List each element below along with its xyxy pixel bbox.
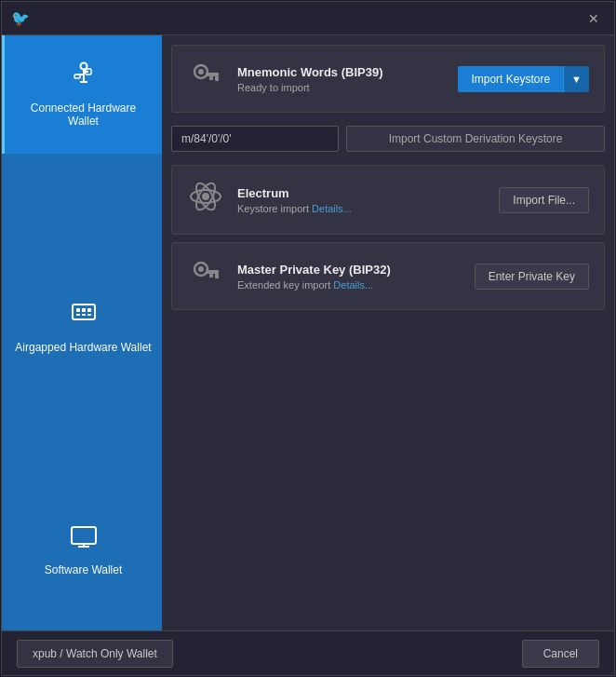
software-wallet-icon — [69, 523, 99, 554]
mnemonic-option: Mnemonic Words (BIP39) Ready to import I… — [171, 45, 605, 113]
close-button[interactable]: ✕ — [583, 9, 605, 28]
svg-rect-15 — [72, 527, 96, 544]
import-keystore-button[interactable]: Import Keystore — [458, 66, 563, 92]
sidebar-item-connected-hardware-label: Connected Hardware Wallet — [14, 102, 153, 128]
master-key-details-link[interactable]: Details... — [333, 279, 373, 291]
xpub-watch-only-button[interactable]: xpub / Watch Only Wallet — [17, 640, 173, 668]
master-key-title: Master Private Key (BIP32) — [237, 263, 462, 277]
mnemonic-title: Mnemonic Words (BIP39) — [237, 65, 445, 79]
electrum-title: Electrum — [237, 186, 486, 200]
sidebar: Connected Hardware Wallet Airgapped Ha — [2, 35, 162, 630]
title-bar: 🐦 ✕ — [2, 2, 614, 35]
enter-private-key-button[interactable]: Enter Private Key — [475, 264, 589, 290]
svg-rect-29 — [206, 270, 219, 274]
svg-rect-9 — [76, 308, 80, 312]
mnemonic-option-details: Mnemonic Words (BIP39) Ready to import — [237, 65, 445, 93]
footer-bar: xpub / Watch Only Wallet Cancel — [2, 630, 614, 675]
import-keystore-dropdown-button[interactable]: ▼ — [563, 66, 589, 92]
usb-icon — [69, 61, 99, 92]
electrum-atom-icon — [187, 179, 224, 221]
svg-point-23 — [202, 193, 209, 200]
sidebar-item-airgapped-hardware-label: Airgapped Hardware Wallet — [15, 341, 151, 354]
import-file-button[interactable]: Import File... — [499, 187, 589, 213]
mnemonic-subtitle: Ready to import — [237, 82, 445, 93]
svg-rect-13 — [82, 314, 86, 316]
master-key-icon — [187, 256, 224, 296]
svg-rect-30 — [215, 274, 219, 278]
electrum-subtitle: Keystore import Details... — [237, 203, 486, 214]
title-bar-logo: 🐦 — [11, 9, 30, 27]
svg-rect-12 — [76, 314, 80, 316]
svg-rect-3 — [74, 74, 80, 78]
electrum-details-link[interactable]: Details... — [312, 203, 352, 214]
sidebar-item-connected-hardware[interactable]: Connected Hardware Wallet — [2, 35, 162, 154]
svg-rect-11 — [87, 308, 91, 312]
svg-rect-14 — [87, 314, 91, 316]
master-key-option-details: Master Private Key (BIP32) Extended key … — [237, 263, 462, 291]
app-logo-icon: 🐦 — [11, 9, 30, 27]
master-key-subtitle: Extended key import Details... — [237, 279, 462, 291]
sidebar-item-software-wallet[interactable]: Software Wallet — [2, 497, 162, 603]
master-key-option: Master Private Key (BIP32) Extended key … — [171, 242, 605, 310]
svg-rect-20 — [206, 73, 219, 76]
sidebar-item-software-wallet-label: Software Wallet — [45, 563, 123, 576]
svg-point-28 — [198, 266, 204, 272]
derivation-row: Import Custom Derivation Keystore — [171, 120, 605, 157]
airgapped-icon — [69, 297, 99, 332]
sidebar-spacer-2 — [2, 380, 162, 497]
electrum-option-details: Electrum Keystore import Details... — [237, 186, 486, 214]
sidebar-item-airgapped-hardware[interactable]: Airgapped Hardware Wallet — [2, 271, 162, 380]
sidebar-spacer-1 — [2, 154, 162, 271]
right-panel: Mnemonic Words (BIP39) Ready to import I… — [162, 35, 614, 630]
import-custom-derivation-button[interactable]: Import Custom Derivation Keystore — [346, 126, 605, 152]
dialog: 🐦 ✕ Conne — [1, 1, 615, 676]
svg-rect-21 — [215, 76, 219, 81]
electrum-option: Electrum Keystore import Details... Impo… — [171, 165, 605, 235]
cancel-button[interactable]: Cancel — [522, 640, 599, 668]
svg-rect-10 — [82, 308, 86, 312]
svg-point-19 — [198, 69, 204, 74]
main-content: Connected Hardware Wallet Airgapped Ha — [2, 35, 614, 630]
derivation-path-input[interactable] — [171, 126, 339, 152]
mnemonic-key-icon — [187, 59, 224, 99]
mnemonic-import-btn-group: Import Keystore ▼ — [458, 66, 589, 92]
svg-rect-31 — [209, 274, 213, 278]
right-panel-spacer — [171, 318, 605, 621]
sidebar-bottom-spacer — [2, 603, 162, 630]
svg-rect-22 — [209, 76, 213, 80]
